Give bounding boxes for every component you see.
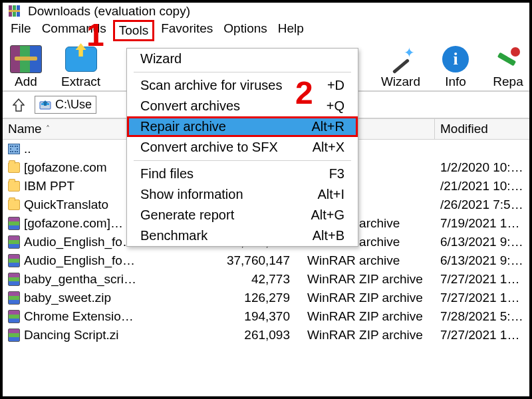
- file-modified: 7/27/2021 11:1…: [435, 326, 529, 344]
- menu-item-repair-archive[interactable]: Repair archiveAlt+R: [127, 116, 358, 137]
- repair-icon: [491, 45, 525, 73]
- toolbar-label: Wizard: [381, 74, 420, 89]
- file-name: [gofazone.com]…: [24, 216, 123, 231]
- menu-item-label: Repair archive: [140, 119, 226, 134]
- toolbar-wizard[interactable]: Wizard: [381, 45, 420, 89]
- menu-item-shortcut: Alt+G: [311, 207, 344, 223]
- file-size: 37,760,147: [202, 251, 302, 270]
- file-name: [gofazone.com: [24, 160, 107, 175]
- toolbar-label: Repa: [493, 74, 523, 89]
- up-arrow-icon: [13, 98, 25, 112]
- toolbar-repair[interactable]: Repa: [491, 45, 525, 89]
- list-item[interactable]: baby_gentha_scri…42,773WinRAR ZIP archiv…: [3, 270, 529, 289]
- menu-item-label: Convert archives: [140, 98, 240, 114]
- title-bar: Downloads (evaluation copy): [3, 3, 529, 20]
- menu-item-label: Find files: [140, 166, 194, 182]
- file-name: Audio_English_fo…: [24, 253, 135, 268]
- menu-favorites[interactable]: Favorites: [157, 20, 217, 41]
- menu-item-shortcut: Alt+X: [313, 140, 344, 155]
- file-modified: 7/27/2021 10:5…: [435, 270, 529, 289]
- menu-file[interactable]: File: [7, 20, 35, 41]
- file-name: Dancing Script.zi: [24, 328, 119, 342]
- file-name: baby_sweet.zip: [24, 291, 111, 305]
- file-name: Chrome Extensio…: [24, 309, 134, 324]
- menu-item-show-information[interactable]: Show informationAlt+I: [127, 184, 358, 205]
- col-modified[interactable]: Modified: [435, 119, 529, 139]
- archive-icon: [8, 255, 20, 267]
- list-item[interactable]: baby_sweet.zip126,279WinRAR ZIP archive7…: [3, 289, 529, 307]
- archive-icon: [8, 273, 20, 285]
- list-item[interactable]: Chrome Extensio…194,370WinRAR ZIP archiv…: [3, 307, 529, 326]
- file-type: WinRAR ZIP archive: [302, 326, 435, 344]
- parent-folder-icon: [8, 143, 20, 155]
- menu-item-convert-archive-to-sfx[interactable]: Convert archive to SFXAlt+X: [127, 137, 358, 158]
- menu-item-convert-archives[interactable]: Convert archives+Q: [127, 96, 358, 116]
- menu-item-label: Scan archive for viruses: [140, 78, 282, 93]
- file-modified: [435, 140, 529, 158]
- menu-options[interactable]: Options: [219, 20, 271, 41]
- file-type: WinRAR ZIP archive: [302, 289, 435, 307]
- file-size: 261,093: [202, 326, 302, 344]
- archive-icon: [8, 236, 20, 248]
- toolbar-label: Add: [15, 74, 37, 89]
- menu-item-label: Benchmark: [140, 228, 207, 243]
- list-item[interactable]: Audio_English_fo…37,760,147WinRAR archiv…: [3, 251, 529, 270]
- file-modified: /21/2021 10:0…: [435, 177, 529, 196]
- folder-icon: [8, 180, 20, 192]
- menu-item-label: Show information: [140, 187, 243, 202]
- window-title: Downloads (evaluation copy): [28, 4, 190, 19]
- menu-item-label: Wizard: [140, 51, 182, 66]
- menu-item-shortcut: Alt+I: [317, 187, 344, 202]
- file-name: ..: [24, 142, 31, 156]
- menu-item-label: Convert archive to SFX: [140, 140, 278, 155]
- disk-icon: [39, 99, 51, 111]
- menu-item-shortcut: Alt+B: [313, 228, 344, 243]
- app-icon: [8, 4, 23, 19]
- file-modified: 1/2/2020 10:5…: [435, 158, 529, 177]
- menu-item-shortcut: Alt+R: [312, 119, 344, 134]
- file-modified: 6/13/2021 9:21 …: [435, 251, 529, 270]
- file-size: 42,773: [202, 270, 302, 289]
- file-modified: 6/13/2021 9:18 …: [435, 233, 529, 251]
- file-modified: /26/2021 7:51 …: [435, 196, 529, 214]
- toolbar-add[interactable]: Add: [7, 45, 45, 89]
- file-name: baby_gentha_scri…: [24, 272, 136, 287]
- svg-rect-3: [9, 10, 20, 12]
- file-type: WinRAR ZIP archive: [302, 270, 435, 289]
- file-size: 126,279: [202, 289, 302, 307]
- file-modified: 7/28/2021 5:28 …: [435, 307, 529, 326]
- file-name: IBM PPT: [24, 179, 74, 194]
- menu-item-shortcut: F3: [329, 166, 344, 182]
- file-size: 194,370: [202, 307, 302, 326]
- archive-icon: [8, 292, 20, 304]
- file-name: Audio_English_fo…: [24, 235, 135, 249]
- toolbar-info[interactable]: i Info: [436, 45, 475, 89]
- info-icon: i: [438, 45, 473, 73]
- toolbar-label: Info: [445, 74, 466, 89]
- file-modified: 7/27/2021 10:5…: [435, 289, 529, 307]
- address-box[interactable]: C:\Use: [35, 96, 96, 114]
- file-type: WinRAR ZIP archive: [302, 307, 435, 326]
- archive-icon: [8, 329, 20, 341]
- menu-bar: File Commands Tools Favorites Options He…: [3, 20, 529, 41]
- file-modified: 7/19/2021 10:3…: [435, 214, 529, 233]
- menu-item-benchmark[interactable]: BenchmarkAlt+B: [127, 225, 358, 246]
- menu-item-wizard[interactable]: Wizard: [127, 49, 358, 69]
- menu-item-find-files[interactable]: Find filesF3: [127, 164, 358, 184]
- up-button[interactable]: [9, 97, 28, 113]
- list-item[interactable]: Dancing Script.zi261,093WinRAR ZIP archi…: [3, 326, 529, 344]
- menu-item-label: Generate report: [140, 207, 234, 223]
- annotation-1: 1: [86, 19, 104, 51]
- menu-item-scan-archive-for-viruses[interactable]: Scan archive for viruses+D: [127, 75, 358, 96]
- sort-ascending-icon: ˄: [46, 124, 50, 134]
- menu-item-generate-report[interactable]: Generate reportAlt+G: [127, 205, 358, 225]
- archive-icon: [8, 217, 20, 229]
- menu-tools[interactable]: Tools: [113, 20, 154, 41]
- annotation-2: 2: [295, 77, 313, 109]
- tools-dropdown: WizardScan archive for viruses+DConvert …: [126, 48, 358, 247]
- folder-icon: [8, 199, 20, 211]
- toolbar-label: Extract: [61, 74, 100, 89]
- menu-help[interactable]: Help: [274, 20, 308, 41]
- menu-item-shortcut: +Q: [327, 98, 344, 114]
- file-name: QuickTranslato: [24, 198, 108, 212]
